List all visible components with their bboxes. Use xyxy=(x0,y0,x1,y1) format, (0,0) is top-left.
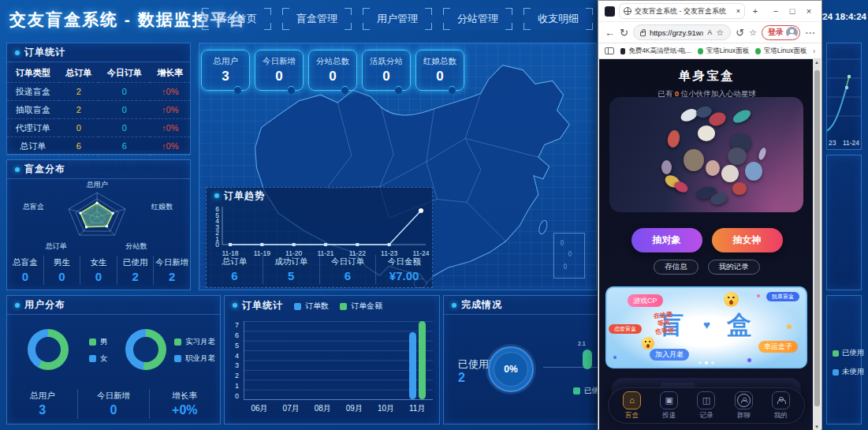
maximize-button[interactable]: □ xyxy=(786,6,799,16)
sidebar-icon[interactable] xyxy=(605,47,614,54)
more-icon[interactable]: ⋯ xyxy=(805,27,815,39)
stat-item: 今日金额 ¥7.00 xyxy=(375,255,432,284)
box-icon: ▣ xyxy=(660,391,678,409)
legend-swatch xyxy=(833,369,839,376)
nav-tab[interactable]: 分站管理 xyxy=(443,8,512,30)
bookmark-item[interactable]: 宝塔Linux面板 xyxy=(698,47,749,56)
table-header: 今日订单 xyxy=(99,64,151,83)
tab-close-icon[interactable]: × xyxy=(736,7,740,15)
bookmark-item[interactable]: 宝塔Linux面板 xyxy=(755,47,807,56)
globe-icon xyxy=(624,7,631,15)
scroll-up-icon: ▲ xyxy=(814,60,819,65)
deco-dot xyxy=(757,294,760,297)
tab-blindbox[interactable]: ⌂ 盲盒 xyxy=(623,391,641,421)
svg-text:分站数: 分站数 xyxy=(125,242,147,250)
my-records-button[interactable]: 我的记录 xyxy=(708,260,760,275)
table-row: 总订单6 6↑0% xyxy=(7,137,190,155)
tab-groupchat[interactable]: 群聊 xyxy=(735,391,753,421)
bar-group xyxy=(251,321,268,399)
usage-legend-panel: 已使用未使用 xyxy=(826,295,862,424)
stat-item: 总盲盒 0 xyxy=(7,256,43,285)
person-icon xyxy=(772,391,790,409)
browser-tab[interactable]: 交友盲盒系统 - 交友盲盒系统 × xyxy=(619,3,745,19)
app-title: 单身宝盒 xyxy=(599,69,814,84)
banner-word: 盒 xyxy=(727,308,751,342)
workspace-icon[interactable] xyxy=(605,6,615,17)
home-icon: ⌂ xyxy=(623,391,641,409)
scroll-down-icon: ▼ xyxy=(814,424,819,429)
collections-icon[interactable]: ☆ xyxy=(749,28,757,38)
svg-text:0: 0 xyxy=(215,241,219,249)
read-aloud-icon[interactable]: A xyxy=(707,28,712,36)
x-tick: 06月 xyxy=(251,403,267,414)
carousel-dots[interactable] xyxy=(607,361,806,365)
south-sea-inset xyxy=(553,233,585,279)
nav-tab[interactable]: 用户管理 xyxy=(363,8,432,30)
order-table: 订单类型总订单今日订单增长率 投递盲盒2 0↑0% 抽取盲盒2 0↑0% 代理订… xyxy=(7,64,190,174)
panel-title: 完成情况 xyxy=(461,298,502,312)
bookmarks-overflow-icon[interactable]: › xyxy=(813,47,815,55)
user-trend-chart xyxy=(827,43,861,135)
banner-tag: 脱单盲盒 xyxy=(766,292,799,301)
record-icon: ◫ xyxy=(697,391,715,409)
stat-item: 今日新增 0 xyxy=(77,389,148,419)
legend-swatch xyxy=(573,387,580,394)
svg-text:总用户: 总用户 xyxy=(86,181,107,189)
login-button[interactable]: 登录 xyxy=(762,25,800,40)
tab-delivery[interactable]: ▣ 投递 xyxy=(660,391,678,421)
main-nav: 后台首页盲盒管理用户管理分站管理收支明细 xyxy=(202,8,593,30)
draw-buttons: 抽对象 抽女神 xyxy=(599,228,814,252)
user-trend-panel: 23 11-24 xyxy=(826,43,862,150)
new-tab-button[interactable]: + xyxy=(749,6,762,16)
x-tick: 08月 xyxy=(315,403,331,414)
sync-icon[interactable]: ↺ xyxy=(736,27,744,39)
draw-goddess-button[interactable]: 抽女神 xyxy=(712,228,783,252)
nav-tab[interactable]: 盲盒管理 xyxy=(282,8,352,30)
banner-slogan: 在这里等风也等你 xyxy=(653,311,674,336)
bar-group xyxy=(346,321,363,399)
stat-item: 总订单 6 xyxy=(207,255,263,284)
legend-swatch xyxy=(89,355,96,362)
x-tick: 07月 xyxy=(283,403,300,414)
promo-banner[interactable]: 盲 ♥ 盒 游戏CP 脱单盲盒 恋爱盲盒 加入月老 幸运盒子 在这里等风也等你 xyxy=(605,286,807,368)
minimize-button[interactable]: − xyxy=(769,6,782,16)
svg-text:总盲盒: 总盲盒 xyxy=(23,203,44,211)
legend-swatch xyxy=(294,303,301,310)
url-text[interactable]: https://grzy.91wx.x... xyxy=(650,28,703,37)
scrollbar-thumb[interactable] xyxy=(814,70,820,406)
scrollbar[interactable]: ▲ ▼ xyxy=(813,59,821,430)
x-tick: 09月 xyxy=(346,403,363,414)
nav-tab-label: 收支明细 xyxy=(538,12,579,26)
bar-group xyxy=(315,321,331,399)
draw-partner-button[interactable]: 抽对象 xyxy=(631,228,702,252)
panel-title: 订单趋势 xyxy=(224,189,265,203)
refresh-icon[interactable]: ↻ xyxy=(620,27,628,39)
tab-me[interactable]: 我的 xyxy=(772,391,790,421)
user-dist-stats: 总用户 3 今日新增 0 增长率 +0% xyxy=(7,389,220,419)
stat-badge: 分站总数 0 xyxy=(308,50,357,91)
save-info-button[interactable]: 存信息 xyxy=(654,260,698,275)
order-bar-panel: 订单统计 订单数订单金额 76543210 06月07月08月09月10月11月 xyxy=(224,295,440,424)
legend-swatch xyxy=(89,338,96,346)
bar-group xyxy=(409,321,426,399)
stat-badge: 总用户 3 xyxy=(201,50,250,91)
tab-records[interactable]: ◫ 记录 xyxy=(697,391,715,421)
table-row: 代理订单0 0↑0% xyxy=(7,119,190,137)
legend-swatch xyxy=(340,303,347,310)
nav-tab-label: 盲盒管理 xyxy=(296,12,337,26)
bar xyxy=(409,332,416,399)
deco-dot xyxy=(787,324,792,329)
nav-tab[interactable]: 后台首页 xyxy=(202,8,271,30)
nav-tab[interactable]: 收支明细 xyxy=(523,8,593,30)
table-row: 抽取盲盒2 0↑0% xyxy=(7,101,190,119)
address-bar[interactable]: https://grzy.91wx.x... A ☆ xyxy=(633,24,731,40)
profile-avatar xyxy=(786,27,798,39)
back-icon[interactable]: ← xyxy=(605,27,615,39)
used-box-value: 2 xyxy=(458,371,465,385)
favorite-star-icon[interactable]: ☆ xyxy=(716,28,724,38)
matchmaker-donut-chart xyxy=(125,329,166,370)
stat-badge: 红娘总数 0 xyxy=(415,50,464,91)
bookmark-item[interactable]: 免费4K高清壁纸-电... xyxy=(620,47,691,56)
close-button[interactable]: × xyxy=(803,6,815,16)
bar-legend: 订单数订单金额 xyxy=(294,301,382,312)
